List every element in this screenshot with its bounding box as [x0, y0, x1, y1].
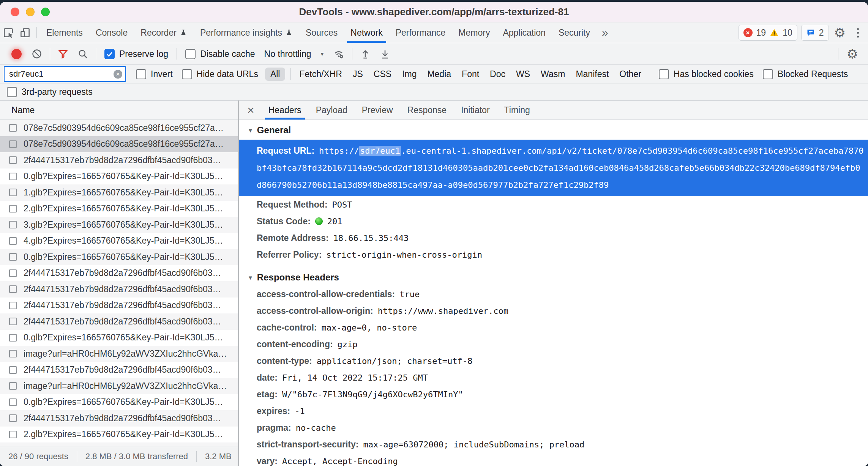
- header-key: access-control-allow-origin:: [257, 306, 373, 316]
- request-row[interactable]: 2f444715317eb7b9d8d2a7296dfbf45acd90f6b0…: [0, 265, 238, 282]
- tab-payload[interactable]: Payload: [309, 101, 355, 120]
- invert-checkbox[interactable]: Invert: [131, 69, 177, 79]
- blocked-requests-checkbox[interactable]: Blocked Requests: [758, 69, 852, 79]
- request-row[interactable]: 0.glb?Expires=1665760765&Key-Pair-Id=K30…: [0, 330, 238, 346]
- tab-console[interactable]: Console: [89, 22, 134, 43]
- record-network-log-button[interactable]: [11, 49, 22, 59]
- network-conditions-button[interactable]: [328, 43, 349, 65]
- request-row-partial[interactable]: [0, 442, 238, 447]
- request-row[interactable]: 2.glb?Expires=1665760765&Key-Pair-Id=K30…: [0, 201, 238, 217]
- request-row[interactable]: 2f444715317eb7b9d8d2a7296dfbf45acd90f6b0…: [0, 152, 238, 168]
- request-name: 2.glb?Expires=1665760765&Key-Pair-Id=K30…: [24, 203, 223, 214]
- export-har-button[interactable]: [375, 43, 395, 65]
- filter-input[interactable]: [8, 69, 111, 79]
- tab-initiator[interactable]: Initiator: [454, 101, 497, 120]
- tab-recorder[interactable]: Recorder: [134, 22, 194, 43]
- tab-response[interactable]: Response: [400, 101, 454, 120]
- request-row[interactable]: image?url=aHR0cHM6Ly92aWV3ZXIuc2hhcGVka…: [0, 378, 238, 394]
- response-header-row[interactable]: access-control-allow-credentials: true: [239, 286, 868, 302]
- request-method-row[interactable]: Request Method: POST: [239, 196, 868, 213]
- response-header-row[interactable]: cache-control: max-age=0, no-store: [239, 319, 868, 336]
- tab-sources[interactable]: Sources: [299, 22, 344, 43]
- type-filter-manifest[interactable]: Manifest: [570, 69, 614, 79]
- disable-cache-checkbox[interactable]: Disable cache: [180, 49, 260, 59]
- response-header-row[interactable]: expires: -1: [239, 403, 868, 419]
- request-name: 2.glb?Expires=1665760765&Key-Pair-Id=K30…: [24, 429, 223, 439]
- close-details-button[interactable]: ×: [239, 104, 261, 116]
- request-url-pre: https://: [319, 146, 359, 156]
- request-row[interactable]: 2f444715317eb7b9d8d2a7296dfbf45acd90f6b0…: [0, 298, 238, 314]
- network-settings-gear-button[interactable]: ⚙: [841, 47, 863, 60]
- response-header-row[interactable]: pragma: no-cache: [239, 419, 868, 436]
- request-row[interactable]: 2f444715317eb7b9d8d2a7296dfbf45acd90f6b0…: [0, 410, 238, 427]
- type-filter-css[interactable]: CSS: [368, 69, 397, 79]
- settings-gear-button[interactable]: ⚙: [829, 26, 851, 39]
- inspect-element-button[interactable]: [0, 22, 17, 43]
- referrer-policy-row[interactable]: Referrer Policy: strict-origin-when-cros…: [239, 246, 868, 263]
- request-row[interactable]: 4.glb?Expires=1665760765&Key-Pair-Id=K30…: [0, 233, 238, 249]
- type-filter-all[interactable]: All: [265, 68, 286, 81]
- request-row[interactable]: 0.glb?Expires=1665760765&Key-Pair-Id=K30…: [0, 394, 238, 411]
- remote-address-row[interactable]: Remote Address: 18.66.15.35:443: [239, 230, 868, 246]
- response-header-row[interactable]: etag: W/"6b7c-7Fl3N9qG9/j4g6XOcwB2y6TMIn…: [239, 386, 868, 403]
- tab-elements[interactable]: Elements: [40, 22, 89, 43]
- request-row[interactable]: 2f444715317eb7b9d8d2a7296dfbf45acd90f6b0…: [0, 313, 238, 330]
- response-header-row[interactable]: content-type: application/json; charset=…: [239, 353, 868, 369]
- customize-devtools-menu-button[interactable]: [851, 28, 865, 38]
- response-header-row[interactable]: content-encoding: gzip: [239, 336, 868, 353]
- clear-network-log-button[interactable]: [27, 43, 47, 65]
- type-filter-doc[interactable]: Doc: [485, 69, 511, 79]
- tab-headers[interactable]: Headers: [261, 101, 309, 120]
- response-header-row[interactable]: vary: Accept, Accept-Encoding: [239, 453, 868, 466]
- request-row[interactable]: image?url=aHR0cHM6Ly92aWV3ZXIuc2hhcGVka…: [0, 346, 238, 362]
- type-filter-fetch-xhr[interactable]: Fetch/XHR: [294, 69, 347, 79]
- tab-network[interactable]: Network: [344, 22, 389, 43]
- type-filter-ws[interactable]: WS: [511, 69, 535, 79]
- resource-icon: [9, 205, 17, 213]
- request-url-row-selected[interactable]: Request URL:https://sdr7euc1.eu-central-…: [239, 140, 868, 196]
- preserve-log-checkbox[interactable]: Preserve log: [99, 49, 174, 59]
- response-headers-section-header[interactable]: ▼ Response Headers: [239, 267, 868, 286]
- search-network-button[interactable]: [73, 43, 93, 65]
- filter-toggle-button[interactable]: [53, 43, 73, 65]
- request-row[interactable]: 078e7c5d903954d6c609ca85ce98f16ce955cf27…: [0, 120, 238, 136]
- tab-memory[interactable]: Memory: [452, 22, 496, 43]
- issues-badge[interactable]: 2: [801, 25, 829, 41]
- type-filter-js[interactable]: JS: [347, 69, 368, 79]
- tab-performance-insights[interactable]: Performance insights: [194, 22, 299, 43]
- name-column-header[interactable]: Name: [0, 101, 238, 120]
- has-blocked-cookies-checkbox[interactable]: Has blocked cookies: [654, 69, 758, 79]
- type-filter-img[interactable]: Img: [397, 69, 422, 79]
- request-row-selected[interactable]: 078e7c5d903954d6c609ca85ce98f16ce955cf27…: [0, 136, 238, 153]
- tab-application[interactable]: Application: [496, 22, 552, 43]
- status-code-row[interactable]: Status Code: 201: [239, 213, 868, 230]
- tab-performance[interactable]: Performance: [389, 22, 452, 43]
- response-header-row[interactable]: strict-transport-security: max-age=63072…: [239, 436, 868, 453]
- request-row[interactable]: 2f444715317eb7b9d8d2a7296dfbf45acd90f6b0…: [0, 362, 238, 378]
- type-filter-wasm[interactable]: Wasm: [535, 69, 570, 79]
- clear-filter-icon[interactable]: ×: [114, 70, 122, 79]
- more-tabs-button[interactable]: »: [597, 26, 614, 39]
- checkbox-unchecked: [659, 69, 669, 79]
- third-party-requests-checkbox[interactable]: 3rd-party requests: [7, 87, 93, 97]
- console-errors-warnings-badge[interactable]: × 19 10: [739, 25, 797, 41]
- hide-data-urls-checkbox[interactable]: Hide data URLs: [177, 69, 263, 79]
- request-row[interactable]: 0.glb?Expires=1665760765&Key-Pair-Id=K30…: [0, 168, 238, 185]
- request-row[interactable]: 2.glb?Expires=1665760765&Key-Pair-Id=K30…: [0, 427, 238, 443]
- request-row[interactable]: 0.glb?Expires=1665760765&Key-Pair-Id=K30…: [0, 249, 238, 265]
- response-header-row[interactable]: date: Fri, 14 Oct 2022 15:17:25 GMT: [239, 369, 868, 386]
- type-filter-other[interactable]: Other: [614, 69, 647, 79]
- import-har-button[interactable]: [355, 43, 375, 65]
- general-section-header[interactable]: ▼ General: [239, 120, 868, 139]
- tab-preview[interactable]: Preview: [355, 101, 400, 120]
- type-filter-media[interactable]: Media: [422, 69, 456, 79]
- device-toolbar-button[interactable]: [17, 22, 33, 43]
- tab-security[interactable]: Security: [552, 22, 597, 43]
- request-row[interactable]: 3.glb?Expires=1665760765&Key-Pair-Id=K30…: [0, 217, 238, 233]
- throttling-select[interactable]: No throttling: [264, 49, 311, 59]
- request-row[interactable]: 1.glb?Expires=1665760765&Key-Pair-Id=K30…: [0, 184, 238, 201]
- response-header-row[interactable]: access-control-allow-origin: https://www…: [239, 302, 868, 319]
- tab-timing[interactable]: Timing: [497, 101, 537, 120]
- request-row[interactable]: 2f444715317eb7b9d8d2a7296dfbf45acd90f6b0…: [0, 281, 238, 298]
- type-filter-font[interactable]: Font: [456, 69, 485, 79]
